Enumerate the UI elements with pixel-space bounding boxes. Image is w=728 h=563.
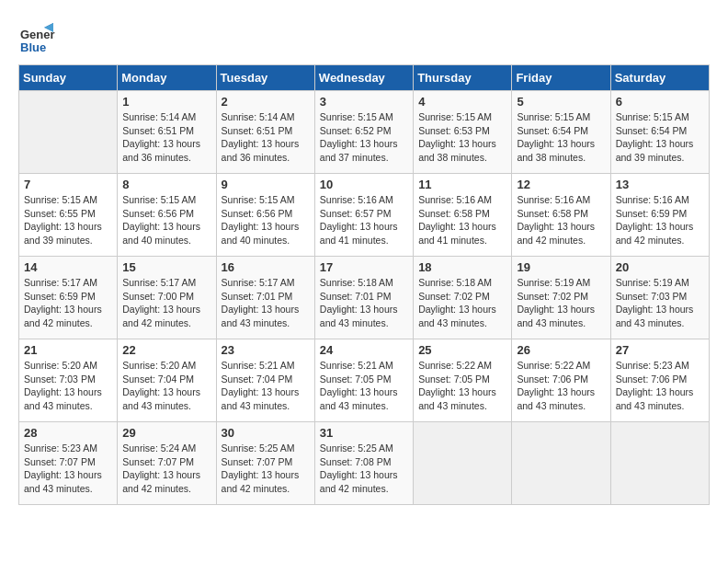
calendar-header-row: SundayMondayTuesdayWednesdayThursdayFrid… [19, 65, 710, 91]
logo: General Blue [18, 18, 59, 55]
day-info: Sunrise: 5:22 AMSunset: 7:06 PMDaylight:… [517, 359, 605, 413]
day-number: 14 [24, 260, 112, 274]
calendar-day-cell: 1Sunrise: 5:14 AMSunset: 6:51 PMDaylight… [118, 91, 216, 174]
day-info: Sunrise: 5:14 AMSunset: 6:51 PMDaylight:… [122, 110, 210, 165]
day-info: Sunrise: 5:18 AMSunset: 7:01 PMDaylight:… [320, 276, 408, 330]
svg-text:Blue: Blue [20, 40, 46, 54]
calendar-week-row: 1Sunrise: 5:14 AMSunset: 6:51 PMDaylight… [19, 91, 710, 174]
calendar-day-cell: 31Sunrise: 5:25 AMSunset: 7:08 PMDayligh… [314, 422, 413, 505]
day-info: Sunrise: 5:18 AMSunset: 7:02 PMDaylight:… [418, 276, 506, 330]
calendar-day-cell: 7Sunrise: 5:15 AMSunset: 6:55 PMDaylight… [19, 174, 118, 257]
day-info: Sunrise: 5:16 AMSunset: 6:57 PMDaylight:… [320, 193, 408, 247]
day-number: 19 [517, 260, 605, 274]
day-info: Sunrise: 5:19 AMSunset: 7:02 PMDaylight:… [517, 276, 605, 330]
day-number: 11 [418, 178, 506, 191]
calendar-day-cell: 9Sunrise: 5:15 AMSunset: 6:56 PMDaylight… [216, 174, 314, 257]
day-number: 18 [418, 260, 506, 274]
day-info: Sunrise: 5:20 AMSunset: 7:03 PMDaylight:… [24, 359, 112, 413]
calendar-day-cell: 20Sunrise: 5:19 AMSunset: 7:03 PMDayligh… [610, 257, 709, 339]
day-info: Sunrise: 5:15 AMSunset: 6:56 PMDaylight:… [122, 193, 210, 247]
calendar-day-cell: 14Sunrise: 5:17 AMSunset: 6:59 PMDayligh… [19, 257, 118, 339]
calendar-day-cell: 10Sunrise: 5:16 AMSunset: 6:57 PMDayligh… [314, 174, 413, 257]
weekday-header: Sunday [19, 65, 118, 91]
day-info: Sunrise: 5:16 AMSunset: 6:58 PMDaylight:… [418, 193, 506, 247]
day-info: Sunrise: 5:14 AMSunset: 6:51 PMDaylight:… [222, 110, 310, 165]
calendar-day-cell: 8Sunrise: 5:15 AMSunset: 6:56 PMDaylight… [118, 174, 216, 257]
calendar-day-cell: 4Sunrise: 5:15 AMSunset: 6:53 PMDaylight… [414, 91, 512, 174]
day-info: Sunrise: 5:17 AMSunset: 7:01 PMDaylight:… [222, 276, 310, 330]
calendar-week-row: 7Sunrise: 5:15 AMSunset: 6:55 PMDaylight… [19, 174, 710, 257]
calendar-day-cell: 24Sunrise: 5:21 AMSunset: 7:05 PMDayligh… [314, 339, 413, 422]
day-number: 23 [222, 343, 310, 357]
day-number: 24 [320, 343, 408, 357]
calendar-day-cell: 26Sunrise: 5:22 AMSunset: 7:06 PMDayligh… [512, 339, 610, 422]
calendar-day-cell [610, 422, 709, 505]
day-info: Sunrise: 5:15 AMSunset: 6:53 PMDaylight:… [418, 110, 506, 165]
day-info: Sunrise: 5:23 AMSunset: 7:07 PMDaylight:… [24, 442, 112, 496]
day-info: Sunrise: 5:17 AMSunset: 6:59 PMDaylight:… [24, 276, 112, 330]
day-number: 13 [616, 178, 704, 191]
day-info: Sunrise: 5:25 AMSunset: 7:08 PMDaylight:… [320, 442, 408, 496]
day-info: Sunrise: 5:16 AMSunset: 6:59 PMDaylight:… [616, 193, 704, 247]
day-number: 10 [320, 178, 408, 191]
weekday-header: Tuesday [216, 65, 314, 91]
calendar-day-cell: 23Sunrise: 5:21 AMSunset: 7:04 PMDayligh… [216, 339, 314, 422]
calendar-day-cell [414, 422, 512, 505]
day-number: 28 [24, 426, 112, 440]
day-info: Sunrise: 5:16 AMSunset: 6:58 PMDaylight:… [517, 193, 605, 247]
calendar-day-cell: 2Sunrise: 5:14 AMSunset: 6:51 PMDaylight… [216, 91, 314, 174]
day-number: 2 [222, 95, 310, 109]
day-info: Sunrise: 5:15 AMSunset: 6:56 PMDaylight:… [222, 193, 310, 247]
calendar-day-cell: 15Sunrise: 5:17 AMSunset: 7:00 PMDayligh… [118, 257, 216, 339]
day-info: Sunrise: 5:19 AMSunset: 7:03 PMDaylight:… [616, 276, 704, 330]
calendar-day-cell: 5Sunrise: 5:15 AMSunset: 6:54 PMDaylight… [512, 91, 610, 174]
calendar-day-cell: 17Sunrise: 5:18 AMSunset: 7:01 PMDayligh… [314, 257, 413, 339]
calendar-day-cell: 21Sunrise: 5:20 AMSunset: 7:03 PMDayligh… [19, 339, 118, 422]
weekday-header: Friday [512, 65, 610, 91]
calendar-week-row: 21Sunrise: 5:20 AMSunset: 7:03 PMDayligh… [19, 339, 710, 422]
calendar-day-cell [512, 422, 610, 505]
day-info: Sunrise: 5:23 AMSunset: 7:06 PMDaylight:… [616, 359, 704, 413]
day-number: 21 [24, 343, 112, 357]
page-header: General Blue [18, 18, 710, 55]
weekday-header: Saturday [610, 65, 709, 91]
day-number: 15 [122, 260, 210, 274]
calendar-day-cell: 22Sunrise: 5:20 AMSunset: 7:04 PMDayligh… [118, 339, 216, 422]
day-info: Sunrise: 5:22 AMSunset: 7:05 PMDaylight:… [418, 359, 506, 413]
weekday-header: Wednesday [314, 65, 413, 91]
calendar-day-cell: 11Sunrise: 5:16 AMSunset: 6:58 PMDayligh… [414, 174, 512, 257]
weekday-header: Thursday [414, 65, 512, 91]
day-number: 30 [222, 426, 310, 440]
calendar-day-cell: 3Sunrise: 5:15 AMSunset: 6:52 PMDaylight… [314, 91, 413, 174]
day-number: 1 [122, 95, 210, 109]
calendar-day-cell: 30Sunrise: 5:25 AMSunset: 7:07 PMDayligh… [216, 422, 314, 505]
day-number: 8 [122, 178, 210, 191]
calendar-day-cell: 13Sunrise: 5:16 AMSunset: 6:59 PMDayligh… [610, 174, 709, 257]
day-info: Sunrise: 5:17 AMSunset: 7:00 PMDaylight:… [122, 276, 210, 330]
calendar-week-row: 28Sunrise: 5:23 AMSunset: 7:07 PMDayligh… [19, 422, 710, 505]
calendar-day-cell: 12Sunrise: 5:16 AMSunset: 6:58 PMDayligh… [512, 174, 610, 257]
day-info: Sunrise: 5:25 AMSunset: 7:07 PMDaylight:… [222, 442, 310, 496]
day-info: Sunrise: 5:15 AMSunset: 6:54 PMDaylight:… [616, 110, 704, 165]
day-number: 22 [122, 343, 210, 357]
calendar-day-cell: 18Sunrise: 5:18 AMSunset: 7:02 PMDayligh… [414, 257, 512, 339]
day-number: 16 [222, 260, 310, 274]
day-info: Sunrise: 5:15 AMSunset: 6:55 PMDaylight:… [24, 193, 112, 247]
day-number: 29 [122, 426, 210, 440]
calendar-day-cell: 19Sunrise: 5:19 AMSunset: 7:02 PMDayligh… [512, 257, 610, 339]
day-info: Sunrise: 5:20 AMSunset: 7:04 PMDaylight:… [122, 359, 210, 413]
day-number: 27 [616, 343, 704, 357]
day-number: 12 [517, 178, 605, 191]
day-info: Sunrise: 5:21 AMSunset: 7:04 PMDaylight:… [222, 359, 310, 413]
day-number: 5 [517, 95, 605, 109]
calendar-day-cell [19, 91, 118, 174]
day-number: 31 [320, 426, 408, 440]
day-number: 26 [517, 343, 605, 357]
day-info: Sunrise: 5:15 AMSunset: 6:52 PMDaylight:… [320, 110, 408, 165]
calendar-day-cell: 16Sunrise: 5:17 AMSunset: 7:01 PMDayligh… [216, 257, 314, 339]
calendar-day-cell: 6Sunrise: 5:15 AMSunset: 6:54 PMDaylight… [610, 91, 709, 174]
day-number: 4 [418, 95, 506, 109]
day-number: 3 [320, 95, 408, 109]
day-number: 25 [418, 343, 506, 357]
weekday-header: Monday [118, 65, 216, 91]
